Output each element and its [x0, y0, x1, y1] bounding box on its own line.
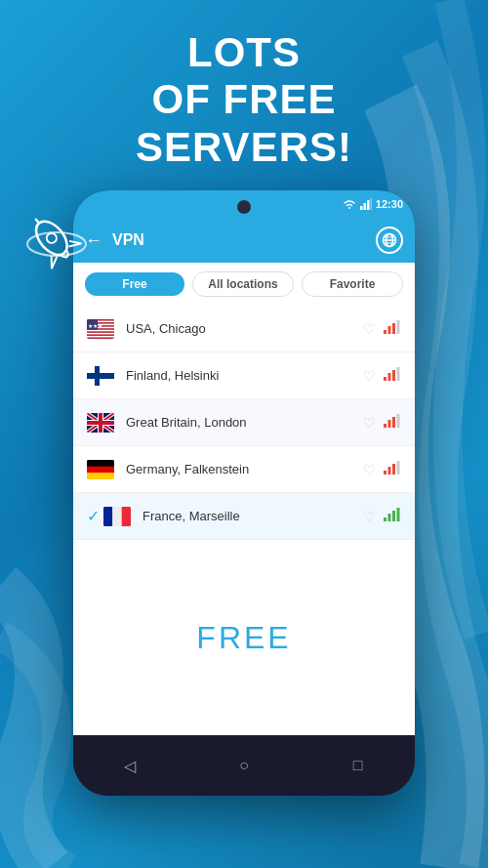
server-item-germany[interactable]: Germany, Falkenstein ♡ [73, 446, 415, 493]
tab-free[interactable]: Free [85, 272, 184, 296]
phone-camera [237, 200, 251, 214]
free-label: FREE [196, 620, 291, 656]
signal-icon-france [384, 508, 401, 524]
svg-rect-47 [397, 461, 400, 475]
svg-rect-18 [87, 335, 114, 337]
nav-back-button[interactable]: ◁ [115, 751, 144, 780]
svg-rect-31 [397, 367, 400, 381]
phone-mockup: 12:30 ← VPN Free All locations Favorite [73, 190, 415, 796]
server-name-finland: Finland, Helsinki [126, 368, 363, 383]
svg-rect-28 [384, 377, 386, 381]
svg-rect-29 [388, 373, 391, 381]
server-item-usa[interactable]: ★★★ USA, Chicago ♡ [73, 306, 415, 352]
svg-rect-41 [87, 460, 114, 467]
nav-recent-button[interactable]: □ [344, 751, 373, 780]
svg-rect-50 [122, 507, 131, 526]
server-name-france: France, Marseille [142, 509, 363, 523]
status-time: 12:30 [376, 198, 403, 210]
flag-usa: ★★★ [87, 319, 114, 339]
flag-germany [87, 460, 114, 479]
globe-button[interactable] [376, 227, 403, 254]
svg-rect-49 [112, 507, 121, 526]
signal-icon-usa [384, 320, 401, 337]
server-name-germany: Germany, Falkenstein [126, 462, 363, 476]
svg-rect-42 [87, 466, 114, 473]
phone-nav-bar: ◁ ○ □ [73, 735, 415, 796]
svg-rect-22 [388, 326, 391, 334]
svg-rect-45 [388, 467, 391, 475]
svg-rect-48 [103, 507, 112, 526]
server-item-finland[interactable]: Finland, Helsinki ♡ [73, 352, 415, 399]
svg-rect-16 [87, 329, 114, 331]
favorite-icon-finland[interactable]: ♡ [363, 368, 376, 384]
svg-point-0 [30, 216, 73, 261]
svg-rect-4 [363, 203, 366, 210]
svg-rect-52 [388, 514, 391, 521]
svg-rect-5 [367, 200, 370, 210]
svg-rect-17 [87, 332, 114, 334]
server-item-france[interactable]: ✓ France, Marseille ♡ [73, 493, 415, 540]
flag-finland [87, 366, 114, 386]
svg-rect-6 [370, 198, 372, 210]
signal-icon-gb [384, 414, 401, 431]
server-item-gb[interactable]: Great Britain, London ♡ [73, 399, 415, 446]
favorite-icon-gb[interactable]: ♡ [363, 415, 376, 431]
signal-icon-finland [384, 367, 401, 384]
favorite-icon-france[interactable]: ♡ [363, 509, 376, 524]
svg-rect-46 [392, 464, 395, 475]
svg-rect-39 [392, 417, 395, 428]
server-name-usa: USA, Chicago [126, 321, 363, 336]
signal-icon-germany [384, 461, 401, 477]
svg-rect-53 [392, 511, 395, 521]
svg-rect-44 [384, 471, 386, 475]
svg-rect-30 [392, 370, 395, 381]
server-name-gb: Great Britain, London [126, 415, 363, 430]
tab-all-locations[interactable]: All locations [192, 271, 294, 297]
svg-rect-43 [87, 473, 114, 479]
flag-france [103, 507, 131, 526]
selected-checkmark: ✓ [87, 507, 100, 525]
svg-text:★★★: ★★★ [88, 323, 102, 329]
svg-rect-36 [87, 421, 114, 425]
status-icons: 12:30 [343, 198, 403, 210]
svg-rect-26 [87, 373, 114, 379]
svg-rect-21 [384, 330, 386, 334]
svg-rect-37 [384, 424, 386, 428]
svg-rect-40 [397, 414, 400, 428]
svg-rect-27 [95, 366, 100, 386]
app-title: VPN [112, 231, 376, 249]
free-area: FREE [73, 540, 415, 735]
hero-heading: Lots of free servers! [0, 29, 488, 171]
svg-rect-23 [392, 323, 395, 334]
nav-home-button[interactable]: ○ [229, 751, 259, 780]
rocket-icon [18, 205, 96, 283]
svg-rect-54 [397, 508, 400, 521]
svg-rect-24 [397, 320, 400, 334]
flag-gb [87, 413, 114, 433]
svg-rect-38 [388, 420, 391, 428]
favorite-icon-usa[interactable]: ♡ [363, 321, 376, 337]
svg-rect-3 [360, 206, 363, 210]
app-header: ← VPN [73, 218, 415, 263]
server-list: ★★★ USA, Chicago ♡ [73, 306, 415, 540]
favorite-icon-germany[interactable]: ♡ [363, 462, 376, 477]
tab-bar: Free All locations Favorite [73, 263, 415, 306]
svg-rect-51 [384, 517, 386, 521]
tab-favorite[interactable]: Favorite [302, 271, 403, 297]
